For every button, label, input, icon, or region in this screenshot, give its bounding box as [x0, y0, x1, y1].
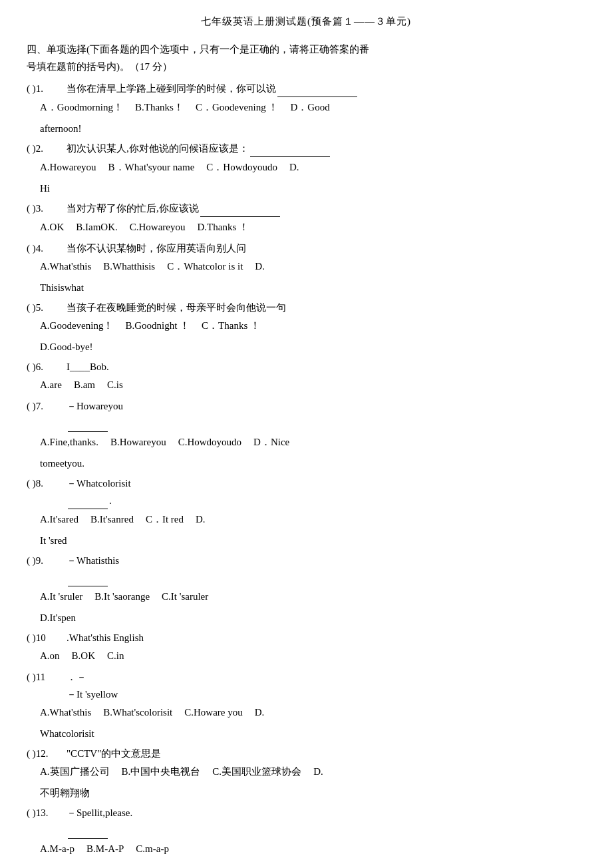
section-header-line1: 四、单项选择(下面各题的四个选项中，只有一个是正确的，请将正确答案的番	[27, 44, 369, 55]
option-item: C．Goodevening ！	[196, 99, 279, 116]
question-number: ( )12.	[27, 746, 67, 761]
option-item: D.	[255, 704, 265, 722]
options-line: A.areB.amC.is	[40, 376, 585, 394]
option-item: A.M-a-p	[40, 840, 75, 858]
question-item: ( )12."CCTV"的中文意思是A.英国广播公司B.中国中央电视台C.美国职…	[27, 746, 585, 801]
question-number: ( )13.	[27, 805, 67, 821]
question-item: ( )2.初次认识某人,你对他说的问候语应该是： A.HowareyouB．Wh…	[27, 140, 585, 196]
question-line: ( )11．－	[27, 669, 585, 685]
options-line: A.What'sthisB.WhatthisisC．Whatcolor is i…	[40, 258, 585, 276]
option-item: D.Thanks ！	[197, 218, 249, 236]
question-item: ( )10.What'sthis EnglishA.onB.OKC.in	[27, 630, 585, 665]
option-item: A.It 'sruler	[40, 588, 82, 606]
question-item: ( )8.－Whatcolorisit .A.It'saredB.It'sanr…	[27, 475, 585, 548]
option-item: B.中国中央电视台	[122, 763, 201, 781]
option-item: B.Thanks！	[135, 99, 184, 116]
question-blank	[277, 81, 357, 97]
question-number: ( )2.	[27, 140, 67, 156]
question-number: ( )4.	[27, 240, 67, 256]
question-sub-line	[67, 822, 585, 839]
option-item: D.	[255, 258, 265, 276]
option-item: C.Howareyou	[130, 218, 186, 236]
question-item: ( )5.当孩子在夜晚睡觉的时候，母亲平时会向他说一句A.Goodevening…	[27, 300, 585, 355]
question-item: ( )1.当你在清早上学路上碰到同学的时候，你可以说 A．Goodmorning…	[27, 81, 585, 136]
question-text: 当你在清早上学路上碰到同学的时候，你可以说	[67, 81, 585, 97]
continuation-text: Whatcolorisit	[40, 726, 585, 742]
option-item: C．Thanks ！	[202, 317, 260, 335]
options-line: A.英国广播公司B.中国中央电视台C.美国职业篮球协会D.	[40, 763, 585, 781]
option-item: A.What'sthis	[40, 704, 91, 722]
option-item: B.Howareyou	[110, 433, 166, 451]
continuation-text: It 'sred	[40, 533, 585, 548]
question-number: ( )7.	[27, 398, 67, 414]
question-line: ( )5.当孩子在夜晚睡觉的时候，母亲平时会向他说一句	[27, 300, 585, 316]
option-item: B.M-A-P	[86, 840, 124, 858]
question-number: ( )11	[27, 669, 67, 685]
question-text: .What'sthis English	[67, 630, 585, 646]
options-line: A.HowareyouB．What'syour nameC．Howdoyoudo…	[40, 158, 585, 176]
option-item: B.It 'saorange	[94, 588, 150, 606]
option-item: C.It 'saruler	[162, 588, 208, 606]
option-item: C.Howdoyoudo	[178, 433, 241, 451]
options-line: A.Goodevening！B.Goodnight ！C．Thanks ！	[40, 317, 585, 335]
continuation-text: Thisiswhat	[40, 280, 585, 296]
option-item: A.on	[40, 647, 60, 665]
question-item: ( )3.当对方帮了你的忙后,你应该说 A.OKB.IamOK.C.Howare…	[27, 200, 585, 236]
section-header: 四、单项选择(下面各题的四个选项中，只有一个是正确的，请将正确答案的番 号填在题…	[27, 41, 585, 75]
question-line: ( )10.What'sthis English	[27, 630, 585, 646]
option-item: A.Fine,thanks.	[40, 433, 98, 451]
option-item: B．What'syour name	[108, 158, 195, 176]
option-item: C．It red	[146, 511, 184, 529]
question-number: ( )10	[27, 630, 67, 646]
question-blank	[200, 200, 280, 217]
continuation-text: Hi	[40, 180, 585, 196]
question-text: "CCTV"的中文意思是	[67, 746, 585, 761]
question-line: ( )13.－Spellit,please.	[27, 805, 585, 821]
option-item: C.美国职业篮球协会	[212, 763, 301, 781]
options-line: A.It 'srulerB.It 'saorangeC.It 'saruler	[40, 588, 585, 606]
options-line: A.Fine,thanks.B.HowareyouC.HowdoyoudoD．N…	[40, 433, 585, 451]
sub-blank	[68, 415, 108, 432]
continuation-text: D.It'spen	[40, 610, 585, 626]
option-item: D.	[289, 158, 299, 176]
question-sub-line	[67, 570, 585, 586]
option-item: C．Whatcolor is it	[167, 258, 243, 276]
question-sub-line: .	[67, 493, 585, 509]
option-item: C．Howdoyoudo	[206, 158, 277, 176]
question-number: ( )6.	[27, 359, 67, 375]
option-item: B.What'scolorisit	[103, 704, 172, 722]
question-item: ( )13.－Spellit,please. A.M-a-pB.M-A-PC.m…	[27, 805, 585, 858]
option-item: D.	[313, 763, 323, 781]
question-number: ( )5.	[27, 300, 67, 316]
option-item: C.in	[107, 647, 124, 665]
question-sub-line	[67, 415, 585, 432]
option-item: A.英国广播公司	[40, 763, 110, 781]
question-text: －Howareyou	[67, 398, 585, 414]
question-line: ( )3.当对方帮了你的忙后,你应该说	[27, 200, 585, 217]
question-item: ( )7.－Howareyou A.Fine,thanks.B.Howareyo…	[27, 398, 585, 471]
question-line: ( )7.－Howareyou	[27, 398, 585, 414]
question-text: 当孩子在夜晚睡觉的时候，母亲平时会向他说一句	[67, 300, 585, 316]
option-item: A.are	[40, 376, 62, 394]
question-sub-line: －It 'syellow	[67, 686, 585, 702]
question-item: ( )11．－－It 'syellowA.What'sthisB.What'sc…	[27, 669, 585, 742]
question-number: ( )9.	[27, 552, 67, 568]
question-text: －Whatisthis	[67, 552, 585, 568]
question-line: ( )12."CCTV"的中文意思是	[27, 746, 585, 761]
options-line: A．Goodmorning！B.Thanks！C．Goodevening ！D．…	[40, 99, 585, 116]
option-item: D．Good	[291, 99, 330, 116]
question-number: ( )1.	[27, 81, 67, 97]
question-text: ．－	[67, 669, 585, 685]
page-title: 七年级英语上册测试题(预备篇１——３单元)	[27, 13, 585, 29]
options-line: A.What'sthisB.What'scolorisitC.Howare yo…	[40, 704, 585, 722]
option-item: C.Howare you	[184, 704, 242, 722]
options-line: A.onB.OKC.in	[40, 647, 585, 665]
continuation-text: afternoon!	[40, 120, 585, 136]
question-number: ( )8.	[27, 475, 67, 491]
question-text: 初次认识某人,你对他说的问候语应该是：	[67, 140, 585, 157]
question-item: ( )4.当你不认识某物时，你应用英语向别人问A.What'sthisB.Wha…	[27, 240, 585, 296]
question-text: －Spellit,please.	[67, 805, 585, 821]
question-line: ( )9.－Whatisthis	[27, 552, 585, 568]
option-item: A.OK	[40, 218, 64, 236]
question-item: ( )9.－Whatisthis A.It 'srulerB.It 'saora…	[27, 552, 585, 626]
